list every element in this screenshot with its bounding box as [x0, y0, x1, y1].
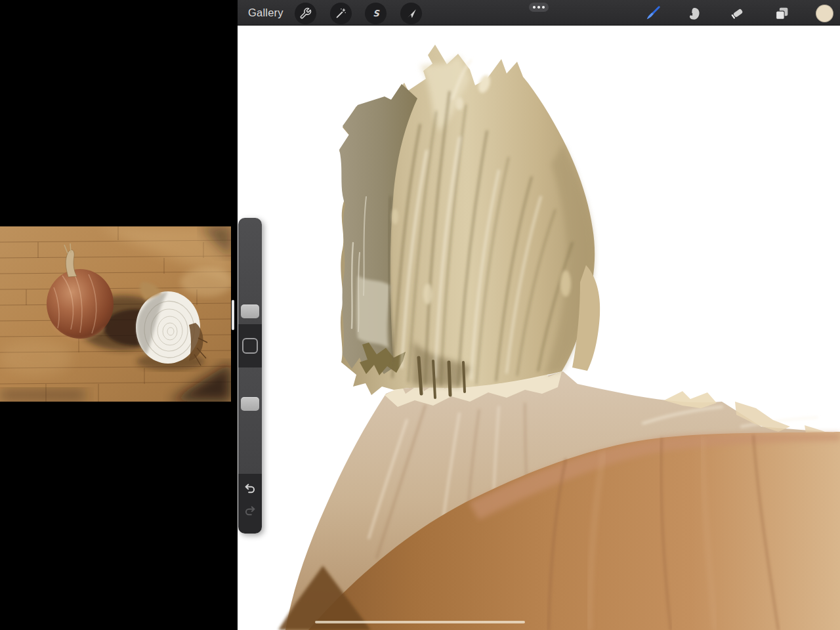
dot [542, 6, 544, 8]
home-indicator[interactable] [315, 621, 525, 623]
onion-photo-image [0, 226, 231, 402]
split-view-divider-handle[interactable] [232, 300, 234, 330]
multitask-indicator[interactable] [529, 3, 549, 12]
smudge-finger-icon [686, 5, 703, 22]
transform-arrow-icon [406, 8, 417, 20]
brush-sidebar [238, 218, 262, 534]
drawing-canvas[interactable] [238, 25, 840, 630]
undo-icon [243, 482, 257, 496]
actions-button[interactable] [295, 3, 316, 24]
gallery-button[interactable]: Gallery [248, 0, 284, 25]
color-swatch-circle [816, 5, 833, 22]
layers-icon [774, 5, 790, 22]
erase-tool-button[interactable] [727, 3, 747, 23]
wrench-icon [299, 7, 312, 20]
brush-size-slider-handle[interactable] [241, 304, 259, 318]
ipad-screen: { "app": { "name": "procreate-paint-app"… [0, 0, 840, 630]
top-toolbar: Gallery S [238, 0, 840, 26]
split-view-divider [231, 0, 238, 630]
smudge-tool-button[interactable] [684, 3, 704, 23]
selection-s-icon: S [369, 7, 383, 20]
redo-button[interactable] [238, 500, 262, 522]
adjustments-button[interactable] [330, 3, 352, 24]
redo-icon [243, 504, 257, 518]
dot [537, 6, 539, 8]
reference-app-pane [0, 0, 231, 630]
opacity-slider[interactable] [238, 368, 262, 474]
modify-button[interactable] [242, 338, 258, 354]
color-button[interactable] [814, 3, 834, 23]
eraser-icon [729, 5, 746, 22]
dot [533, 6, 535, 8]
brush-size-slider[interactable] [238, 218, 262, 324]
modify-section [238, 324, 262, 368]
reference-photo [0, 226, 231, 402]
brush-icon [644, 5, 662, 22]
onion-painting [238, 25, 840, 630]
transform-button[interactable] [400, 3, 422, 24]
undo-button[interactable] [238, 478, 262, 500]
history-section [238, 474, 262, 534]
layers-button[interactable] [772, 3, 791, 23]
procreate-window: Gallery S [238, 0, 840, 630]
selection-button[interactable]: S [365, 3, 387, 24]
magic-wand-icon [335, 7, 347, 20]
svg-text:S: S [373, 9, 380, 18]
opacity-slider-handle[interactable] [241, 397, 259, 411]
paint-tool-button[interactable] [643, 3, 663, 23]
